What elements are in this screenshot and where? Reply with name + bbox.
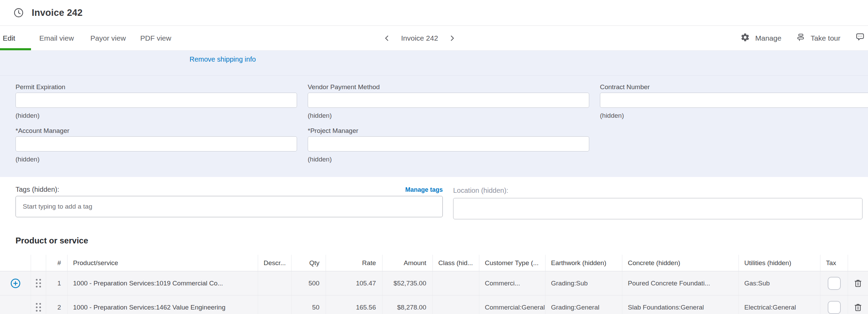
cell-rate[interactable]: 105.47 (326, 271, 382, 295)
project-manager-input[interactable] (308, 136, 589, 151)
header-amount: Amount (382, 255, 432, 271)
manage-tags-link[interactable]: Manage tags (405, 186, 443, 193)
cell-amount[interactable]: $8,278.00 (382, 295, 432, 314)
chat-button[interactable] (855, 32, 865, 44)
take-tour-label: Take tour (811, 34, 840, 42)
tax-checkbox[interactable] (828, 277, 841, 290)
view-tab-bar: Edit Email view Payor view PDF view Invo… (0, 26, 868, 51)
view-tabs: Edit Email view Payor view PDF view (0, 26, 171, 50)
cell-add-row (0, 295, 31, 314)
invoice-edit-screen: Invoice 242 Edit Email view Payor view P… (0, 0, 868, 314)
vendor-payment-method-input[interactable] (308, 93, 589, 108)
header-drag-column (31, 255, 46, 271)
line-item-row: 1 1000 - Preparation Services:1019 Comme… (0, 271, 868, 295)
contract-number-input[interactable] (600, 93, 868, 108)
cell-delete (848, 271, 868, 295)
cell-description[interactable] (258, 295, 291, 314)
drag-handle-icon[interactable] (36, 279, 41, 287)
tags-label: Tags (hidden): (16, 186, 59, 193)
tags-location-row: Tags (hidden): Manage tags Location (hid… (0, 177, 868, 219)
cell-rate[interactable]: 165.56 (326, 295, 382, 314)
contract-number-hidden-note: (hidden) (600, 112, 868, 119)
document-navigator: Invoice 242 (382, 26, 457, 50)
clock-history-icon[interactable] (13, 7, 24, 18)
cell-concrete[interactable]: Poured Concrete Foundati... (622, 271, 738, 295)
line-items-table: # Product/service Descr... Qty Rate Amou… (0, 255, 868, 314)
header-tax: Tax (820, 255, 848, 271)
header-class: Class (hid... (432, 255, 479, 271)
tab-pdf-view[interactable]: PDF view (140, 26, 171, 50)
account-manager-field: *Account Manager (hidden) (16, 127, 297, 163)
cell-delete (848, 295, 868, 314)
header-qty: Qty (291, 255, 326, 271)
cell-qty[interactable]: 500 (291, 271, 326, 295)
custom-fields-row-2: *Account Manager (hidden) *Project Manag… (0, 127, 868, 171)
header-rate: Rate (326, 255, 382, 271)
chevron-right-icon[interactable] (447, 33, 457, 43)
location-input[interactable] (453, 198, 862, 219)
vendor-payment-method-label: Vendor Payment Method (308, 83, 589, 91)
cell-utilities[interactable]: Electrical:General (738, 295, 820, 314)
cell-class[interactable] (432, 271, 479, 295)
cell-class[interactable] (432, 295, 479, 314)
take-tour-button[interactable]: Take tour (796, 33, 840, 44)
plus-circle-icon[interactable] (10, 278, 21, 289)
permit-expiration-hidden-note: (hidden) (16, 112, 297, 119)
tab-payor-view[interactable]: Payor view (90, 26, 126, 50)
tags-block: Tags (hidden): Manage tags (16, 186, 443, 219)
cell-amount[interactable]: $52,735.00 (382, 271, 432, 295)
permit-expiration-input[interactable] (16, 93, 297, 108)
header-add-column (0, 255, 31, 271)
line-item-row: 2 1000 - Preparation Services:1462 Value… (0, 295, 868, 314)
project-manager-field: *Project Manager (hidden) (308, 127, 589, 163)
account-manager-hidden-note: (hidden) (16, 156, 297, 163)
header-customer-type: Customer Type (... (479, 255, 545, 271)
signpost-icon (796, 33, 805, 44)
account-manager-input[interactable] (16, 136, 297, 151)
product-service-section: Product or service # Product/service Des… (0, 219, 868, 314)
location-label: Location (hidden): (453, 186, 862, 195)
header-concrete: Concrete (hidden) (622, 255, 738, 271)
tab-edit[interactable]: Edit (0, 26, 31, 50)
contract-number-label: Contract Number (600, 83, 868, 91)
header-actions-column (848, 255, 868, 271)
cell-product-service[interactable]: 1000 - Preparation Services:1462 Value E… (67, 295, 258, 314)
chevron-left-icon[interactable] (382, 33, 392, 43)
trash-icon[interactable] (853, 303, 863, 312)
manage-button[interactable]: Manage (741, 33, 782, 44)
header-line-number: # (46, 255, 67, 271)
chat-bubble-icon (855, 32, 865, 44)
product-service-heading: Product or service (16, 236, 868, 245)
header-description: Descr... (258, 255, 291, 271)
table-header-row: # Product/service Descr... Qty Rate Amou… (0, 255, 868, 271)
tags-input[interactable] (16, 196, 443, 217)
header-product-service: Product/service (67, 255, 258, 271)
cell-earthwork[interactable]: Grading:General (545, 295, 622, 314)
drag-handle-icon[interactable] (36, 303, 41, 312)
cell-customer-type[interactable]: Commerci... (479, 271, 545, 295)
cell-qty[interactable]: 50 (291, 295, 326, 314)
shipping-info-row: Remove shipping info (0, 51, 868, 76)
toolbar-actions: Manage Take tour (741, 26, 866, 50)
cell-add-row (0, 271, 31, 295)
manage-label: Manage (755, 34, 782, 42)
cell-customer-type[interactable]: Commercial:General (479, 295, 545, 314)
trash-icon[interactable] (853, 279, 863, 288)
custom-fields-panel: Remove shipping info Permit Expiration (… (0, 51, 868, 177)
cell-product-service[interactable]: 1000 - Preparation Services:1019 Commerc… (67, 271, 258, 295)
tab-email-view[interactable]: Email view (39, 26, 74, 50)
cell-concrete[interactable]: Slab Foundations:General (622, 295, 738, 314)
permit-expiration-field: Permit Expiration (hidden) (16, 83, 297, 119)
remove-shipping-info-link[interactable]: Remove shipping info (190, 55, 256, 63)
cell-description[interactable] (258, 271, 291, 295)
vendor-payment-method-hidden-note: (hidden) (308, 112, 589, 119)
tax-checkbox[interactable] (828, 301, 841, 314)
custom-fields-row-1: Permit Expiration (hidden) Vendor Paymen… (0, 76, 868, 127)
cell-tax (820, 271, 848, 295)
cell-drag (31, 295, 46, 314)
cell-utilities[interactable]: Gas:Sub (738, 271, 820, 295)
cell-line-number: 1 (46, 271, 67, 295)
project-manager-hidden-note: (hidden) (308, 156, 589, 163)
cell-earthwork[interactable]: Grading:Sub (545, 271, 622, 295)
cell-line-number: 2 (46, 295, 67, 314)
